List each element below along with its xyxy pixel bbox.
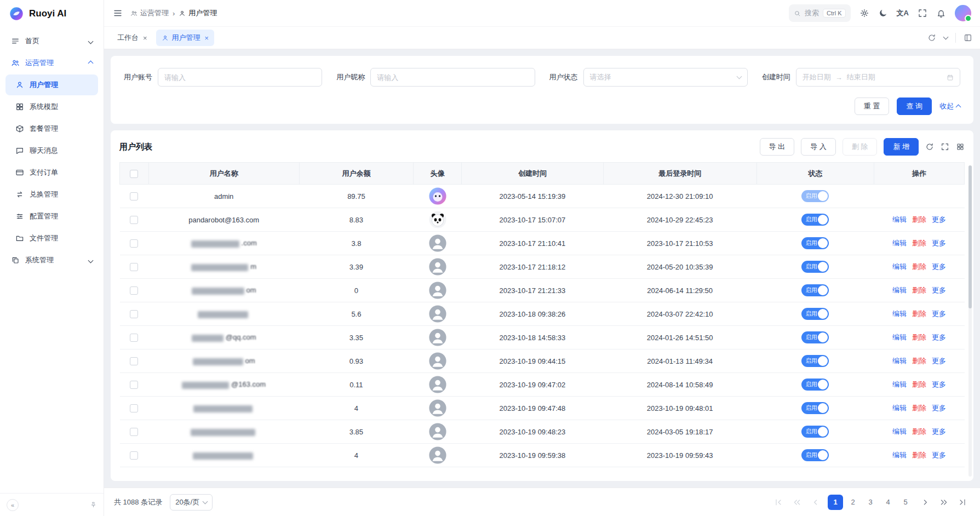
more-link[interactable]: 更多 [932, 451, 946, 459]
translate-icon[interactable]: 文A [897, 8, 909, 18]
global-search[interactable]: 搜索 Ctrl K [789, 4, 851, 22]
edit-link[interactable]: 编辑 [892, 404, 907, 412]
status-toggle[interactable]: 启用 [801, 402, 829, 414]
last-page-icon[interactable] [955, 495, 970, 510]
sidebar-item-system-management[interactable]: 系统管理 [5, 250, 98, 271]
sidebar-item-config-management[interactable]: 配置管理 [5, 206, 98, 227]
add-button[interactable]: 新 增 [884, 138, 919, 156]
sidebar-item-user-management[interactable]: 用户管理 [5, 74, 98, 95]
sidebar-item-chat-messages[interactable]: 聊天消息 [5, 140, 98, 161]
page-2[interactable]: 2 [845, 495, 861, 510]
page-5[interactable]: 5 [898, 495, 913, 510]
bell-icon[interactable] [936, 8, 946, 18]
layout-icon[interactable] [964, 33, 972, 42]
search-button[interactable]: 查 询 [897, 98, 932, 115]
more-link[interactable]: 更多 [932, 286, 946, 294]
delete-link[interactable]: 删除 [912, 404, 926, 412]
delete-link[interactable]: 删除 [912, 262, 926, 271]
tab-user-management[interactable]: 用户管理 × [156, 30, 215, 46]
page-size-select[interactable]: 20条/页 [170, 494, 213, 511]
more-link[interactable]: 更多 [932, 380, 946, 388]
status-toggle[interactable]: 启用 [801, 214, 829, 226]
jump-back-icon[interactable] [789, 495, 805, 510]
import-button[interactable]: 导 入 [801, 138, 836, 156]
edit-link[interactable]: 编辑 [892, 262, 907, 271]
fullscreen-icon[interactable] [918, 8, 927, 18]
more-link[interactable]: 更多 [932, 262, 946, 271]
row-checkbox[interactable] [130, 263, 138, 271]
delete-link[interactable]: 删除 [912, 357, 926, 365]
more-link[interactable]: 更多 [932, 309, 946, 318]
row-checkbox[interactable] [130, 357, 138, 365]
nickname-input[interactable] [377, 73, 528, 82]
delete-link[interactable]: 删除 [912, 333, 926, 341]
edit-link[interactable]: 编辑 [892, 215, 907, 223]
sidebar-item-system-model[interactable]: 系统模型 [5, 96, 98, 117]
sidebar-item-home[interactable]: 首页 [5, 31, 98, 51]
more-link[interactable]: 更多 [932, 404, 946, 412]
delete-link[interactable]: 删除 [912, 427, 926, 435]
sidebar-item-payment-orders[interactable]: 支付订单 [5, 162, 98, 183]
row-checkbox[interactable] [130, 239, 138, 248]
more-link[interactable]: 更多 [932, 427, 946, 435]
next-page-icon[interactable] [918, 495, 933, 510]
row-checkbox[interactable] [130, 381, 138, 389]
fullscreen-table-icon[interactable] [941, 142, 949, 151]
delete-link[interactable]: 删除 [912, 215, 926, 223]
status-toggle[interactable]: 启用 [801, 284, 829, 296]
page-1[interactable]: 1 [828, 495, 843, 510]
more-link[interactable]: 更多 [932, 239, 946, 247]
status-select[interactable]: 请选择 [583, 68, 748, 87]
breadcrumb-current[interactable]: 用户管理 [179, 8, 217, 18]
more-link[interactable]: 更多 [932, 357, 946, 365]
collapse-filters-link[interactable]: 收起 [939, 101, 960, 111]
delete-link[interactable]: 删除 [912, 239, 926, 247]
row-checkbox[interactable] [130, 192, 138, 200]
refresh-icon[interactable] [927, 33, 936, 42]
sidebar-item-file-management[interactable]: 文件管理 [5, 228, 98, 249]
export-button[interactable]: 导 出 [760, 138, 795, 156]
edit-link[interactable]: 编辑 [892, 357, 907, 365]
close-icon[interactable]: × [143, 35, 147, 42]
gear-icon[interactable] [859, 8, 869, 18]
more-link[interactable]: 更多 [932, 215, 946, 223]
row-checkbox[interactable] [130, 310, 138, 318]
sidebar-collapse-button[interactable]: « [7, 499, 19, 511]
row-checkbox[interactable] [130, 334, 138, 342]
status-toggle[interactable]: 启用 [801, 261, 829, 273]
date-range-picker[interactable]: 开始日期 → 结束日期 [796, 68, 960, 87]
prev-page-icon[interactable] [808, 495, 823, 510]
select-all-checkbox[interactable] [130, 170, 138, 178]
edit-link[interactable]: 编辑 [892, 427, 907, 435]
status-toggle[interactable]: 启用 [801, 355, 829, 367]
sidebar-item-package-management[interactable]: 套餐管理 [5, 118, 98, 139]
edit-link[interactable]: 编辑 [892, 286, 907, 294]
sidebar-item-redeem-management[interactable]: 兑换管理 [5, 184, 98, 205]
chevron-down-icon[interactable] [943, 35, 949, 40]
reset-button[interactable]: 重 置 [855, 98, 890, 115]
scrollbar-thumb[interactable] [968, 165, 972, 308]
menu-toggle-icon[interactable] [113, 8, 123, 18]
edit-link[interactable]: 编辑 [892, 239, 907, 247]
row-checkbox[interactable] [130, 428, 138, 436]
row-checkbox[interactable] [130, 451, 138, 460]
column-settings-icon[interactable] [956, 142, 965, 151]
status-toggle[interactable]: 启用 [801, 379, 829, 391]
status-toggle[interactable]: 启用 [801, 426, 829, 438]
account-input[interactable] [164, 73, 316, 82]
status-toggle[interactable]: 启用 [801, 237, 829, 249]
status-toggle[interactable]: 启用 [801, 308, 829, 320]
moon-icon[interactable] [878, 8, 888, 18]
delete-link[interactable]: 删除 [912, 380, 926, 388]
user-avatar-button[interactable] [955, 5, 971, 21]
jump-forward-icon[interactable] [936, 495, 952, 510]
scrollbar-track[interactable] [968, 165, 972, 477]
page-3[interactable]: 3 [863, 495, 878, 510]
status-toggle[interactable]: 启用 [801, 331, 829, 343]
delete-link[interactable]: 删除 [912, 309, 926, 318]
delete-button[interactable]: 删 除 [843, 138, 878, 156]
first-page-icon[interactable] [771, 495, 786, 510]
edit-link[interactable]: 编辑 [892, 333, 907, 341]
breadcrumb-parent[interactable]: 运营管理 [130, 8, 169, 18]
status-toggle[interactable]: 启用 [801, 190, 829, 202]
